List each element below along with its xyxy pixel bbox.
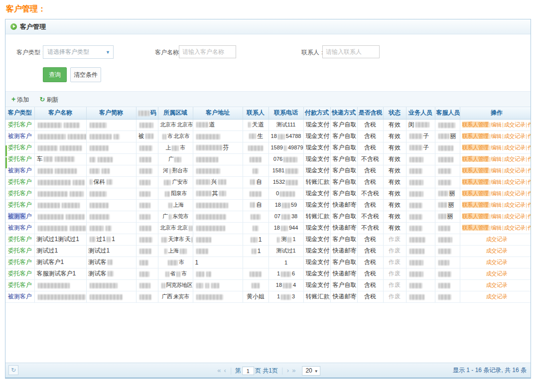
redacted-text [438, 283, 450, 288]
customer-name [34, 176, 86, 188]
operations: 成交记录 [460, 234, 531, 245]
column-header-tax-included[interactable]: 是否含税 [357, 107, 383, 119]
op-void[interactable]: 作废 [528, 179, 531, 185]
op-void[interactable]: 作废 [528, 190, 531, 196]
op-void[interactable]: 作废 [528, 167, 531, 173]
page-size-select[interactable]: 20▼ [302, 366, 320, 376]
table-row: 委托客户保科广安市兴自1532转账汇款客户自取含税有效联系人管理|编辑|成交记录… [5, 176, 531, 188]
clear-button[interactable]: 清空条件 [70, 67, 101, 82]
op-deal-records[interactable]: 成交记录 [504, 179, 526, 185]
region: 上市 [158, 142, 193, 153]
column-header-delivery-method[interactable]: 快递方式 [330, 107, 357, 119]
op-manage-contacts[interactable]: 联系人管理 [462, 202, 489, 208]
customer-type-select[interactable]: 请选择客户类型 ▼ [43, 45, 114, 59]
status: 有效 [383, 165, 406, 176]
op-manage-contacts[interactable]: 联系人管理 [462, 213, 489, 219]
op-deal-records[interactable]: 成交记录 [486, 236, 508, 242]
op-void[interactable]: 作废 [528, 156, 531, 162]
delivery-method: 快递邮寄 [330, 291, 357, 302]
op-manage-contacts[interactable]: 联系人管理 [462, 167, 489, 173]
contact-input[interactable] [322, 45, 380, 58]
op-edit[interactable]: 编辑 [491, 133, 502, 139]
op-deal-records[interactable]: 成交记录 [504, 144, 526, 150]
operations: 成交记录 [460, 245, 531, 257]
refresh-button[interactable]: ↻刷新 [40, 96, 59, 103]
last-page-button[interactable]: » [292, 367, 295, 374]
op-manage-contacts[interactable]: 联系人管理 [462, 225, 489, 231]
column-header-code[interactable]: 码 [136, 107, 158, 119]
op-deal-records[interactable]: 成交记录 [504, 167, 526, 173]
next-page-button[interactable]: › [287, 367, 289, 374]
op-deal-records[interactable]: 成交记录 [486, 270, 508, 276]
op-void[interactable]: 作废 [528, 144, 531, 150]
service-person: 丽 [435, 188, 460, 199]
customer-name-input[interactable] [179, 45, 236, 58]
op-edit[interactable]: 编辑 [491, 156, 502, 162]
op-edit[interactable]: 编辑 [491, 225, 502, 231]
column-header-customer-type[interactable]: 客户类型 [5, 107, 34, 119]
op-edit[interactable]: 编辑 [491, 144, 502, 150]
op-edit[interactable]: 编辑 [491, 190, 502, 196]
op-deal-records[interactable]: 成交记录 [504, 133, 526, 139]
op-deal-records[interactable]: 成交记录 [504, 225, 526, 231]
column-header-phone[interactable]: 联系电话 [268, 107, 303, 119]
op-void[interactable]: 作废 [528, 122, 531, 128]
prev-page-button[interactable]: ‹ [224, 367, 226, 374]
redacted-text [287, 237, 291, 243]
op-deal-records[interactable]: 成交记录 [504, 190, 526, 196]
column-header-region[interactable]: 所属区域 [158, 107, 193, 119]
op-deal-records[interactable]: 成交记录 [504, 202, 526, 208]
redacted-text [281, 226, 288, 231]
column-header-customer-name[interactable]: 客户名称 [34, 107, 86, 119]
region: 广东莞市 [158, 211, 193, 222]
column-header-contact[interactable]: 联系人 [243, 107, 268, 119]
column-header-payment-method[interactable]: 付款方式 [303, 107, 330, 119]
op-edit[interactable]: 编辑 [491, 122, 502, 128]
column-header-customer-shortname[interactable]: 客户简称 [86, 107, 136, 119]
redacted-text [168, 203, 172, 208]
redacted-text [438, 249, 451, 254]
redacted-text [90, 134, 112, 139]
search-button[interactable]: 查询 [43, 67, 67, 82]
op-deal-records[interactable]: 成交记录 [486, 259, 508, 265]
table-row: 被测客户北京市 北京18944现金支付快递邮寄不含税有效联系人管理|编辑|成交记… [5, 222, 531, 234]
column-header-status[interactable]: 状态 [383, 107, 406, 119]
customer-shortname: 测试过1 [86, 245, 136, 257]
redacted-text [196, 283, 203, 288]
current-page-input[interactable] [242, 367, 254, 375]
op-void[interactable]: 作废 [528, 133, 531, 139]
op-void[interactable]: 作废 [528, 225, 531, 231]
op-edit[interactable]: 编辑 [491, 213, 502, 219]
op-deal-records[interactable]: 成交记录 [486, 293, 508, 299]
op-deal-records[interactable]: 成交记录 [504, 156, 526, 162]
customer-type-label: 委托客户 [8, 247, 32, 254]
column-header-service-person[interactable]: 客服人员 [435, 107, 460, 119]
column-header-sales-person[interactable]: 业务人员 [406, 107, 435, 119]
add-button[interactable]: +添加 [11, 96, 29, 103]
op-deal-records[interactable]: 成交记录 [486, 248, 508, 254]
op-deal-records[interactable]: 成交记录 [504, 213, 526, 219]
customer-shortname [86, 291, 136, 302]
op-manage-contacts[interactable]: 联系人管理 [462, 179, 489, 185]
redacted-text [38, 134, 66, 139]
op-edit[interactable]: 编辑 [491, 179, 502, 185]
op-manage-contacts[interactable]: 联系人管理 [462, 144, 489, 150]
op-void[interactable]: 作废 [528, 213, 531, 219]
redacted-text [284, 145, 287, 151]
customer-shortname [86, 131, 136, 142]
customer-type: 委托客户 [5, 279, 34, 291]
first-page-button[interactable]: « [217, 367, 221, 374]
op-edit[interactable]: 编辑 [491, 202, 502, 208]
op-edit[interactable]: 编辑 [491, 167, 502, 173]
op-manage-contacts[interactable]: 联系人管理 [462, 190, 489, 196]
op-deal-records[interactable]: 成交记录 [504, 122, 526, 128]
op-manage-contacts[interactable]: 联系人管理 [462, 122, 489, 128]
op-manage-contacts[interactable]: 联系人管理 [462, 133, 489, 139]
column-header-operations[interactable]: 操作 [460, 107, 531, 119]
op-deal-records[interactable]: 成交记录 [486, 282, 508, 288]
redacted-text [64, 123, 80, 128]
column-header-address[interactable]: 客户地址 [193, 107, 243, 119]
op-void[interactable]: 作废 [528, 202, 531, 208]
op-manage-contacts[interactable]: 联系人管理 [462, 156, 489, 162]
pager-refresh-button[interactable]: ↻ [8, 365, 18, 375]
